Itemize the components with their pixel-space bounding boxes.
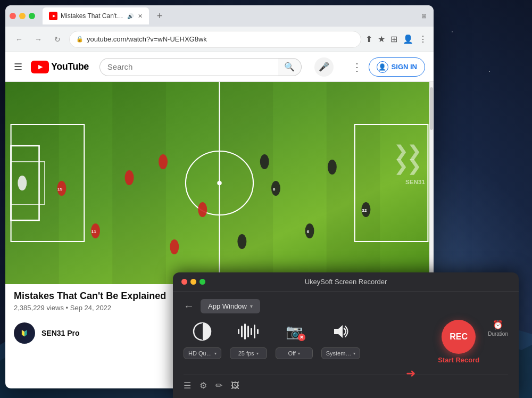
forward-button[interactable]: → [31, 32, 46, 47]
youtube-logo: YouTube [31, 61, 89, 73]
profile-icon[interactable]: 👤 [403, 34, 413, 44]
video-area[interactable]: 19 11 8 6 32 ❯❯ ❯❯ SEN31 [5, 82, 434, 284]
svg-point-26 [18, 176, 27, 190]
extensions-icon[interactable]: ⊞ [390, 34, 397, 44]
camera-off-badge: ✕ [298, 334, 305, 341]
svg-point-25 [260, 154, 269, 169]
traffic-lights [10, 13, 35, 19]
url-text: youtube.com/watch?v=wN-UEHXG8wk [87, 35, 354, 43]
channel-name: SEN31 Pro [41, 329, 80, 337]
recorder-maximize-dot[interactable] [200, 279, 205, 285]
quality-dropdown[interactable]: HD Qu… ▾ [184, 347, 221, 359]
svg-point-16 [125, 170, 134, 185]
tab-audio-icon: 🔊 [127, 13, 134, 19]
maximize-traffic-light[interactable] [29, 13, 35, 19]
svg-point-18 [198, 202, 207, 217]
svg-point-22 [328, 160, 337, 175]
svg-rect-3 [5, 82, 59, 284]
app-window-label: App Window [208, 302, 247, 310]
svg-point-19 [159, 154, 168, 169]
recorder-back-button[interactable]: ← [184, 300, 194, 312]
settings-icon[interactable]: ⚙ [200, 380, 207, 391]
recorder-traffic-lights [181, 279, 205, 285]
sign-in-icon: 👤 [377, 61, 388, 73]
youtube-logo-text: YouTube [51, 61, 89, 72]
speaker-control-group: System… ▾ [321, 320, 361, 359]
recorder-row3: ☰ ⚙ ✏ 🖼 [184, 375, 508, 391]
lock-icon: 🔒 [76, 36, 84, 43]
system-audio-dropdown[interactable]: System… ▾ [321, 347, 361, 359]
youtube-header: ☰ YouTube 🔍 🎤 ⋮ 👤 SIGN IN [5, 52, 434, 82]
channel-avatar: 🔰 [14, 322, 35, 344]
list-icon[interactable]: ☰ [184, 380, 191, 391]
recorder-title: UkeySoft Screen Recorder [305, 278, 387, 286]
close-traffic-light[interactable] [10, 13, 16, 19]
tab-favicon [49, 12, 57, 20]
recorder-title-bar: UkeySoft Screen Recorder [173, 272, 519, 292]
back-button[interactable]: ← [12, 32, 27, 47]
rec-button-group: REC ➜ Start Record [438, 320, 479, 364]
svg-rect-4 [112, 82, 166, 284]
display-icon [189, 320, 215, 343]
svg-text:32: 32 [362, 208, 367, 213]
fps-dropdown[interactable]: 25 fps ▾ [230, 347, 267, 359]
header-menu-dots[interactable]: ⋮ [352, 61, 362, 73]
menu-icon[interactable]: ⋮ [419, 34, 427, 44]
camera-icon-wrap: 📷 ✕ [281, 320, 307, 343]
screen-recorder-panel: UkeySoft Screen Recorder ← App Window ▾ [173, 272, 519, 398]
recorder-minimize-dot[interactable] [190, 279, 196, 285]
waveform-icon [238, 322, 259, 341]
search-button[interactable]: 🔍 [278, 58, 302, 76]
channel-avatar-icon: 🔰 [21, 330, 28, 337]
svg-rect-6 [327, 82, 380, 284]
svg-text:6: 6 [306, 229, 309, 234]
svg-text:19: 19 [57, 187, 63, 192]
video-thumbnail: 19 11 8 6 32 ❯❯ ❯❯ SEN31 [5, 82, 434, 284]
svg-text:8: 8 [273, 187, 276, 192]
sign-in-button[interactable]: 👤 SIGN IN [369, 57, 425, 77]
svg-point-17 [170, 239, 179, 254]
svg-text:❯❯: ❯❯ [394, 158, 420, 175]
search-input[interactable] [99, 58, 278, 76]
search-bar: 🔍 [99, 58, 302, 76]
tab-bar: Mistakes That Can't Ex… 🔊 ✕ + ⊞ [5, 5, 434, 27]
svg-text:11: 11 [92, 229, 97, 234]
speaker-icon [327, 320, 354, 343]
tab-close-button[interactable]: ✕ [138, 13, 143, 20]
duration-icon: ⏰ [493, 320, 503, 330]
svg-text:SEN31: SEN31 [405, 179, 425, 185]
hamburger-menu[interactable]: ☰ [14, 61, 22, 73]
scrollbar-thumb [430, 87, 433, 130]
camera-dropdown[interactable]: Off ▾ [276, 347, 313, 359]
app-window-button[interactable]: App Window ▾ [201, 299, 260, 313]
recorder-controls: ← App Window ▾ HD Qu… [173, 292, 519, 398]
recorder-row2: HD Qu… ▾ [184, 320, 508, 368]
window-button[interactable]: ⊞ [419, 11, 429, 21]
share-icon[interactable]: ⬆ [365, 34, 372, 44]
start-record-row: ➜ Start Record [438, 356, 479, 364]
sign-in-label: SIGN IN [392, 63, 417, 71]
pen-icon[interactable]: ✏ [215, 380, 222, 391]
speaker-svg [331, 322, 350, 341]
address-bar: ← → ↻ 🔒 youtube.com/watch?v=wN-UEHXG8wk … [5, 27, 434, 52]
camera-control-group: 📷 ✕ Off ▾ [276, 320, 313, 359]
mic-button[interactable]: 🎤 [314, 57, 334, 77]
image-icon[interactable]: 🖼 [231, 381, 239, 391]
scrollbar[interactable] [429, 82, 434, 284]
svg-point-24 [237, 234, 246, 249]
reload-button[interactable]: ↻ [50, 32, 65, 47]
youtube-logo-icon [31, 61, 49, 73]
bookmark-icon[interactable]: ★ [378, 34, 385, 44]
recorder-close-dot[interactable] [181, 279, 187, 285]
active-tab[interactable]: Mistakes That Can't Ex… 🔊 ✕ [43, 7, 149, 24]
header-right: ⋮ 👤 SIGN IN [352, 57, 425, 77]
quality-icon [193, 322, 212, 341]
svg-marker-37 [334, 325, 343, 338]
app-window-arrow: ▾ [250, 303, 253, 309]
audio-icon [235, 320, 262, 343]
rec-button[interactable]: REC [442, 320, 476, 354]
field-lines: 19 11 8 6 32 ❯❯ ❯❯ SEN31 [5, 82, 434, 284]
new-tab-button[interactable]: + [152, 9, 167, 23]
address-input[interactable]: 🔒 youtube.com/watch?v=wN-UEHXG8wk [69, 31, 361, 48]
minimize-traffic-light[interactable] [19, 13, 26, 19]
